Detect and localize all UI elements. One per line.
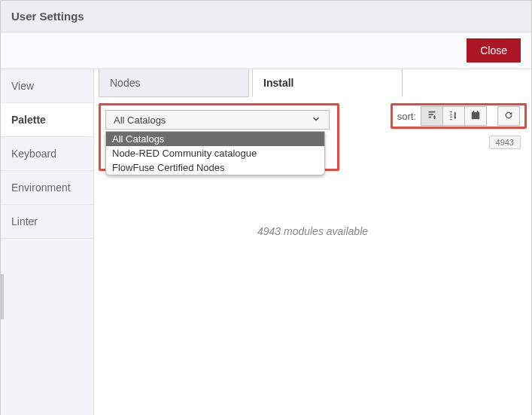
settings-sidebar: View Palette Keyboard Environment Linter: [1, 69, 94, 415]
sidebar-item-linter[interactable]: Linter: [1, 205, 93, 239]
chevron-down-icon: [311, 114, 321, 127]
catalog-dropdown: All Catalogs Node-RED Community catalogu…: [105, 131, 325, 175]
sidebar-item-keyboard[interactable]: Keyboard: [1, 137, 93, 171]
sidebar-item-view[interactable]: View: [1, 69, 93, 103]
sidebar-item-environment[interactable]: Environment: [1, 171, 93, 205]
catalog-option-community[interactable]: Node-RED Community catalogue: [106, 146, 324, 160]
sort-amount-desc-icon: [427, 110, 437, 123]
tab-install[interactable]: Install: [252, 69, 403, 97]
refresh-button[interactable]: [497, 106, 520, 126]
modules-available-text: 4943 modules available: [94, 225, 531, 237]
catalog-selected-label: All Catalogs: [114, 114, 166, 126]
close-button[interactable]: Close: [467, 38, 521, 63]
dialog-title: User Settings: [1, 1, 531, 32]
sort-label: sort:: [397, 111, 416, 122]
sort-az-button[interactable]: [442, 106, 465, 126]
module-count-badge: 4943: [489, 136, 521, 149]
refresh-icon: [503, 110, 514, 123]
sidebar-item-palette[interactable]: Palette: [1, 103, 93, 137]
sort-alpha-icon: [448, 110, 459, 123]
catalog-option-flowfuse[interactable]: FlowFuse Certified Nodes: [106, 160, 324, 175]
catalog-option-all[interactable]: All Catalogs: [106, 132, 324, 146]
catalog-highlight: All Catalogs All Catalogs Node-RED Commu…: [99, 103, 339, 171]
catalog-select[interactable]: All Catalogs: [105, 110, 330, 130]
sort-relevance-button[interactable]: [421, 106, 443, 126]
scrollbar-indicator: [1, 274, 4, 319]
calendar-icon: [470, 110, 481, 123]
sort-date-button[interactable]: [464, 106, 487, 126]
tab-nodes[interactable]: Nodes: [99, 69, 249, 97]
main-panel: Nodes Install All Catalogs All Catalogs …: [94, 69, 531, 415]
sort-highlight: sort:: [391, 103, 527, 129]
